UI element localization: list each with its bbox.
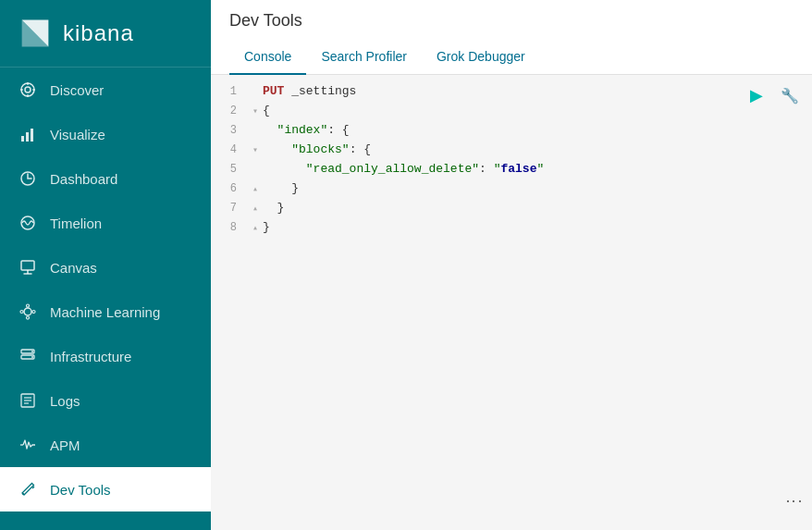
sidebar-item-visualize[interactable]: Visualize — [0, 112, 211, 156]
infrastructure-icon — [18, 347, 37, 365]
svg-point-24 — [31, 356, 33, 358]
svg-point-23 — [31, 351, 33, 352]
nav-items: Discover Visualize Dashboard — [0, 68, 211, 530]
page-title: Dev Tools — [229, 11, 794, 31]
sidebar-item-timelion-label: Timelion — [50, 216, 102, 231]
code-editor[interactable]: 1 PUT _settings 2 ▾ { 3 "index": { 4 ▾ "… — [211, 75, 812, 530]
svg-point-12 — [21, 216, 34, 229]
kibana-logo-icon — [18, 17, 52, 50]
tab-search-profiler[interactable]: Search Profiler — [306, 40, 422, 75]
canvas-icon — [18, 258, 37, 277]
svg-point-3 — [25, 87, 31, 92]
visualize-icon — [18, 125, 37, 143]
apm-icon — [18, 436, 37, 454]
editor-area: ▶ 🔧 1 PUT _settings 2 ▾ { 3 "index": { 4 — [211, 75, 812, 530]
sidebar-item-visualize-label: Visualize — [50, 127, 105, 142]
svg-point-19 — [20, 311, 23, 314]
sidebar-item-infrastructure-label: Infrastructure — [50, 349, 131, 364]
code-line-4: 4 ▾ "blocks": { — [211, 141, 812, 160]
sidebar-item-discover-label: Discover — [50, 82, 104, 98]
code-line-3: 3 "index": { — [211, 121, 812, 141]
dashboard-icon — [18, 169, 37, 188]
sidebar-item-canvas[interactable]: Canvas — [0, 245, 211, 290]
sidebar-item-discover[interactable]: Discover — [0, 68, 211, 112]
sidebar-item-timelion[interactable]: Timelion — [0, 201, 211, 245]
kibana-logo-text: kibana — [63, 20, 134, 46]
sidebar-item-apm-label: APM — [50, 438, 80, 453]
svg-point-17 — [27, 304, 30, 307]
machine-learning-icon — [18, 302, 37, 321]
sidebar-item-dashboard-label: Dashboard — [50, 171, 117, 187]
svg-point-20 — [32, 311, 35, 314]
sidebar: kibana Discover — [0, 0, 211, 530]
code-line-7: 7 ▴ } — [211, 199, 812, 218]
code-line-8: 8 ▴ } — [211, 218, 812, 238]
tab-grok-debugger[interactable]: Grok Debugger — [422, 40, 540, 75]
tab-bar: Console Search Profiler Grok Debugger — [229, 40, 794, 74]
settings-button[interactable]: 🔧 — [777, 82, 803, 108]
code-line-1: 1 PUT _settings — [211, 82, 812, 102]
svg-point-16 — [24, 308, 31, 315]
sidebar-item-dashboard[interactable]: Dashboard — [0, 156, 211, 201]
sidebar-item-apm[interactable]: APM — [0, 423, 211, 467]
code-line-6: 6 ▴ } — [211, 179, 812, 199]
timelion-icon — [18, 214, 37, 232]
sidebar-item-dev-tools-label: Dev Tools — [50, 482, 111, 498]
svg-rect-8 — [21, 136, 24, 142]
logo: kibana — [0, 0, 211, 68]
run-button[interactable]: ▶ — [744, 82, 769, 108]
tab-console[interactable]: Console — [229, 40, 306, 75]
svg-point-2 — [21, 83, 34, 96]
editor-toolbar: ▶ 🔧 — [744, 82, 803, 108]
svg-rect-10 — [31, 129, 33, 142]
svg-rect-13 — [21, 261, 34, 270]
code-line-2: 2 ▾ { — [211, 102, 812, 121]
sidebar-item-logs[interactable]: Logs — [0, 378, 211, 423]
svg-point-30 — [22, 493, 24, 495]
sidebar-item-dev-tools[interactable]: Dev Tools — [0, 467, 211, 512]
main-content: Dev Tools Console Search Profiler Grok D… — [211, 0, 812, 530]
code-line-5: 5 "read_only_allow_delete": "false" — [211, 160, 812, 179]
sidebar-item-machine-learning-label: Machine Learning — [50, 304, 160, 320]
discover-icon — [18, 80, 37, 99]
dev-tools-icon — [18, 480, 37, 499]
context-menu-button[interactable]: ⋮ — [784, 493, 805, 512]
sidebar-item-canvas-label: Canvas — [50, 260, 97, 276]
sidebar-item-logs-label: Logs — [50, 393, 80, 409]
sidebar-item-infrastructure[interactable]: Infrastructure — [0, 334, 211, 378]
svg-point-18 — [27, 316, 30, 319]
svg-rect-9 — [26, 132, 29, 142]
sidebar-item-machine-learning[interactable]: Machine Learning — [0, 290, 211, 334]
logs-icon — [18, 391, 37, 410]
main-header: Dev Tools Console Search Profiler Grok D… — [211, 0, 812, 75]
